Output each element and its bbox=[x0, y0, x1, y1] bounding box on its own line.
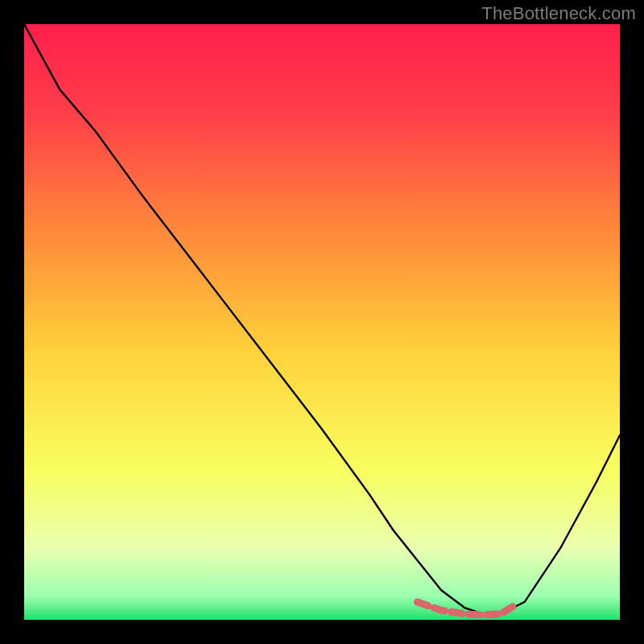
chart-svg bbox=[24, 24, 620, 620]
watermark-text: TheBottleneck.com bbox=[481, 3, 636, 24]
svg-rect-0 bbox=[24, 24, 620, 620]
chart-frame: TheBottleneck.com bbox=[0, 0, 644, 644]
plot-area bbox=[24, 24, 620, 620]
